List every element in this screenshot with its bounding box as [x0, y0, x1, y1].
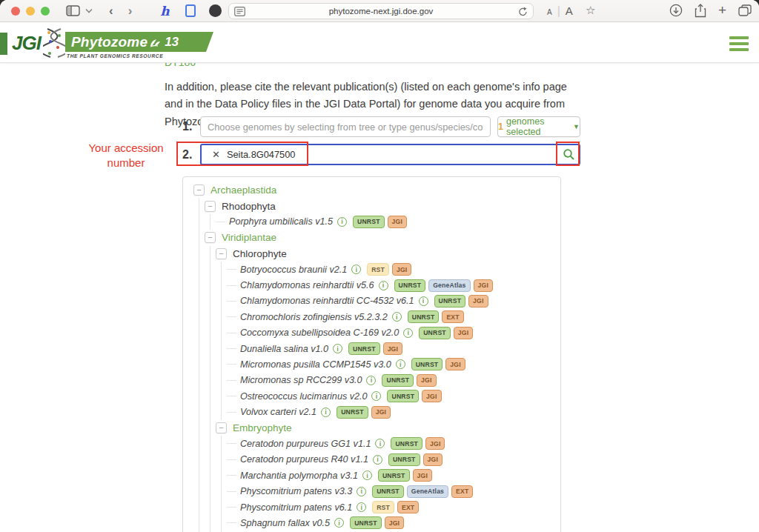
info-icon[interactable]: i [362, 471, 372, 480]
text-size-controls[interactable]: A | A [547, 4, 573, 18]
species-label[interactable]: Physcomitrium patens v3.3 [240, 486, 352, 496]
info-icon[interactable]: i [396, 359, 405, 369]
tree-group-label[interactable]: Chlorophyte [233, 248, 287, 259]
notes-extension-icon[interactable] [185, 4, 196, 17]
info-icon[interactable]: i [357, 502, 366, 512]
badge-jgi: JGI [371, 406, 391, 419]
info-icon[interactable]: i [403, 328, 413, 338]
tree-guide-line [221, 483, 232, 499]
tree-group-label[interactable]: Archaeplastida [211, 184, 276, 196]
text-larger-button[interactable]: A [566, 4, 573, 17]
tree-group-label[interactable]: Embryophyte [233, 422, 292, 433]
phytozome-banner[interactable]: Phytozome 13 [65, 32, 213, 52]
tree-guide-line [210, 262, 221, 277]
info-icon[interactable]: i [375, 439, 385, 448]
species-label[interactable]: Chlamydomonas reinhardtii v5.6 [240, 280, 374, 290]
tree-group-label[interactable]: Rhodophyta [222, 201, 276, 212]
tree-guide-line [210, 420, 221, 436]
site-header: JGI Phytozome 13 THE PLANT GENOMICS RESO… [0, 22, 759, 63]
info-icon[interactable]: i [351, 265, 361, 274]
species-label[interactable]: Botryococcus braunii v2.1 [240, 265, 347, 275]
keyword-search-input[interactable]: ✕ Seita.8G047500 [200, 144, 580, 165]
reader-icon[interactable] [234, 7, 245, 16]
address-bar[interactable]: phytozome-next.jgi.doe.gov [228, 3, 534, 19]
info-icon[interactable]: i [333, 344, 342, 353]
species-label[interactable]: Physcomitrium patens v6.1 [240, 502, 352, 513]
tree-guide-line [210, 515, 221, 531]
tree-species-row: Micromonas sp RCC299 v3.0iUNRSTJGI [193, 373, 560, 388]
tree-guide-line [221, 309, 232, 325]
info-icon[interactable]: i [373, 455, 382, 465]
info-icon[interactable]: i [392, 312, 402, 322]
duckduckgo-extension-icon[interactable] [209, 4, 222, 17]
selected-label: genomes selected [506, 116, 569, 137]
leaf-icon [149, 37, 161, 47]
tree-guide-line [199, 483, 210, 499]
tree-guide-line [199, 214, 210, 230]
badge-unrst: UNRST [408, 310, 440, 323]
sidebar-icon[interactable] [66, 5, 80, 16]
forward-icon[interactable]: › [128, 4, 133, 19]
species-label[interactable]: Micromonas sp RCC299 v3.0 [240, 375, 362, 385]
species-label[interactable]: Volvox carteri v2.1 [240, 407, 316, 417]
collapse-toggle-icon[interactable]: − [193, 184, 205, 196]
honey-extension-icon[interactable]: h [160, 4, 169, 19]
badge-jgi: JGI [383, 342, 402, 355]
downloads-icon[interactable] [669, 4, 683, 17]
step2-number: 2. [182, 148, 192, 162]
close-window-button[interactable] [11, 7, 20, 16]
caret-down-icon: ▼ [573, 123, 580, 130]
genome-filter-input[interactable] [200, 116, 491, 137]
info-icon[interactable]: i [337, 217, 347, 227]
species-label[interactable]: Dunaliella salina v1.0 [240, 344, 328, 354]
favorites-star-icon[interactable]: ☆ [586, 4, 595, 17]
text-smaller-button[interactable]: A [547, 8, 552, 16]
species-label[interactable]: Chlamydomonas reinhardtii CC-4532 v6.1 [240, 296, 414, 306]
reload-icon[interactable] [518, 7, 528, 17]
minimize-window-button[interactable] [26, 7, 35, 16]
tree-guide-line [210, 277, 221, 293]
badge-unrst: UNRST [372, 485, 404, 498]
species-label[interactable]: Sphagnum fallax v0.5 [240, 518, 330, 528]
zoom-window-button[interactable] [41, 7, 50, 16]
selected-count: 1 [498, 122, 503, 132]
jgi-logo[interactable]: JGI [12, 32, 41, 55]
info-icon[interactable]: i [419, 296, 428, 306]
species-label[interactable]: Porphyra umbilicalis v1.5 [229, 216, 333, 227]
badge-jgi: JGI [445, 358, 465, 370]
badge-jgi: JGI [454, 327, 473, 339]
tree-species-row: Chlamydomonas reinhardtii CC-4532 v6.1iU… [193, 293, 560, 309]
info-icon[interactable]: i [371, 391, 381, 401]
tab-overview-icon[interactable] [738, 4, 752, 16]
clear-token-icon[interactable]: ✕ [212, 149, 220, 160]
genomes-selected-button[interactable]: 1 genomes selected ▼ [497, 116, 580, 137]
species-label[interactable]: Ceratodon purpureus R40 v1.1 [240, 454, 368, 465]
info-icon[interactable]: i [366, 376, 376, 385]
browser-window: ‹ › h G phytozome-next.jgi.doe.gov A | A… [0, 0, 759, 532]
species-label[interactable]: Chromochloris zofingiensis v5.2.3.2 [240, 312, 388, 322]
menu-icon[interactable] [729, 36, 749, 54]
badge-unrst: UNRST [350, 516, 382, 529]
badge-jgi: JGI [422, 390, 441, 402]
badge-jgi: JGI [388, 216, 407, 228]
species-label[interactable]: Micromonas pusilla CCMP1545 v3.0 [240, 359, 391, 370]
info-icon[interactable]: i [334, 518, 344, 528]
search-button[interactable] [560, 146, 577, 163]
tree-guide-line [199, 341, 210, 356]
info-icon[interactable]: i [321, 408, 331, 417]
species-label[interactable]: Ostreococcus lucimarinus v2.0 [240, 391, 367, 402]
search-token-chip[interactable]: ✕ Seita.8G047500 [212, 149, 295, 160]
tree-species-row: Botryococcus braunii v2.1iRSTJGI [193, 262, 560, 277]
share-icon[interactable] [695, 4, 706, 18]
back-icon[interactable]: ‹ [109, 4, 113, 19]
info-icon[interactable]: i [379, 281, 388, 290]
species-label[interactable]: Coccomyxa subellipsoidea C-169 v2.0 [240, 327, 399, 338]
tree-guide-line [210, 325, 221, 341]
chevron-down-icon[interactable] [85, 8, 93, 13]
badge-jgi: JGI [413, 469, 432, 482]
species-label[interactable]: Ceratodon purpureus GG1 v1.1 [240, 439, 371, 449]
new-tab-icon[interactable]: + [718, 2, 726, 19]
tree-group-label[interactable]: Viridiplantae [222, 232, 276, 243]
info-icon[interactable]: i [357, 487, 366, 496]
species-label[interactable]: Marchantia polymorpha v3.1 [240, 471, 358, 481]
